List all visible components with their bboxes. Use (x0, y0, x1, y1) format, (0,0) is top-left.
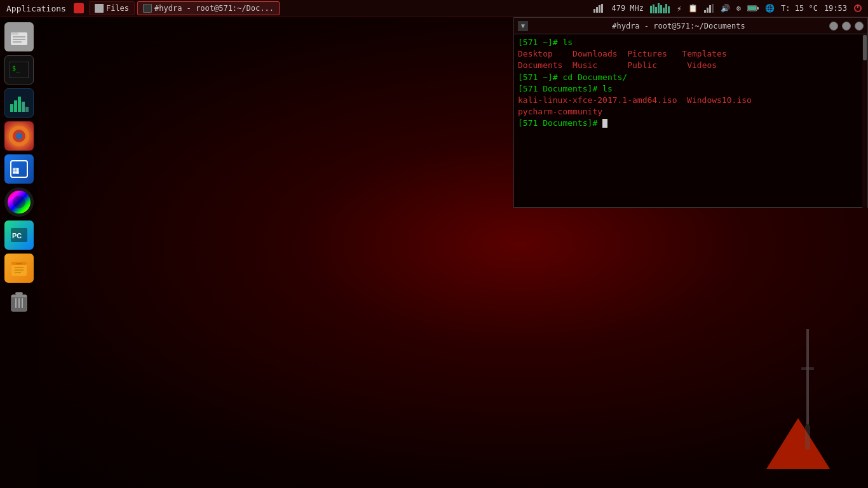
svg-rect-15 (712, 4, 714, 13)
svg-rect-17 (757, 7, 759, 10)
filemanager-task-icon (95, 4, 104, 13)
clipboard-icon[interactable]: 📋 (686, 4, 700, 13)
svg-rect-48 (16, 263, 22, 264)
svg-rect-11 (668, 6, 670, 13)
svg-text:$_: $_ (12, 65, 20, 72)
svg-rect-35 (14, 100, 17, 112)
power-icon[interactable] (851, 4, 864, 13)
volume-icon[interactable]: 🔊 (719, 4, 732, 13)
signal-bars-icon (702, 4, 716, 13)
svg-rect-24 (13, 39, 25, 40)
svg-rect-60 (805, 424, 810, 450)
svg-rect-12 (704, 10, 706, 13)
svg-point-39 (16, 133, 22, 139)
svg-rect-34 (10, 104, 13, 112)
term-line-7: pycharm-community (518, 106, 864, 118)
dock-icon-filemanager[interactable] (4, 22, 34, 51)
term-line-1: [571 ~]# ls (518, 37, 864, 48)
bluetooth-symbol: ⚡ (677, 4, 682, 13)
terminal-maximize-btn[interactable] (842, 22, 851, 30)
svg-rect-9 (663, 8, 665, 13)
term-line-3: Documents Music Public Videos (518, 60, 864, 71)
taskbar-items: Files #hydra - root@571:~/Doc... (89, 0, 588, 17)
svg-rect-8 (660, 5, 662, 13)
svg-rect-2 (599, 5, 600, 13)
dock-icon-vmware[interactable]: ▦ (4, 154, 34, 184)
cpu-freq-text: 479 MHz (611, 4, 644, 13)
svg-rect-6 (655, 7, 657, 13)
terminal-content[interactable]: [571 ~]# ls Desktop Downloads Pictures T… (514, 34, 867, 207)
temp-text: T: 15 °C (781, 4, 818, 13)
svg-rect-36 (18, 97, 21, 112)
svg-rect-33 (25, 107, 29, 112)
cpu-freq: 479 MHz (609, 4, 646, 13)
svg-rect-14 (709, 5, 711, 13)
svg-rect-49 (15, 267, 24, 268)
taskbar: Applications Files #hydra - root@571:~/D… (0, 0, 868, 17)
terminal-cursor (602, 119, 607, 128)
clock-display: 19:53 (822, 4, 849, 13)
dock-icon-colorpicker[interactable] (4, 187, 34, 217)
filemanager-task-label: Files (106, 4, 129, 13)
svg-rect-18 (748, 6, 756, 10)
svg-rect-3 (601, 4, 603, 13)
terminal-scrollbar-thumb[interactable] (863, 35, 867, 60)
svg-rect-57 (22, 298, 23, 308)
terminal-title: #hydra - root@571:~/Documents (532, 22, 825, 30)
temperature-display: T: 15 °C (779, 4, 820, 13)
dock-icon-pycharm[interactable]: PC (4, 220, 34, 250)
applications-menu[interactable]: Applications (0, 0, 72, 17)
equalizer-icon (648, 3, 672, 13)
taskbar-item-filemanager[interactable]: Files (89, 1, 135, 15)
svg-rect-22 (11, 32, 18, 35)
svg-rect-23 (13, 36, 25, 37)
network-status-icon[interactable]: 🌐 (763, 4, 776, 13)
battery-icon (745, 5, 761, 11)
taskbar-close-indicator (74, 3, 84, 13)
term-prompt-current: [571 Documents]# (518, 118, 864, 129)
terminal-task-label: #hydra - root@571:~/Doc... (154, 4, 274, 13)
bluetooth-icon[interactable]: ⚡ (675, 4, 684, 13)
svg-rect-32 (22, 102, 25, 112)
terminal-scrollbar[interactable] (862, 34, 867, 208)
taskbar-item-terminal[interactable]: #hydra - root@571:~/Doc... (137, 1, 280, 15)
svg-text:PC: PC (12, 232, 22, 240)
svg-rect-4 (650, 6, 652, 13)
svg-rect-59 (801, 367, 814, 370)
svg-rect-54 (15, 292, 23, 295)
sword-decoration (798, 329, 817, 456)
svg-rect-13 (707, 8, 709, 13)
svg-rect-55 (15, 298, 17, 308)
dock-icon-firefox[interactable] (4, 121, 34, 151)
dock-icon-terminal[interactable]: $_ (4, 55, 34, 85)
svg-text:▦: ▦ (13, 164, 19, 176)
terminal-window: ▼ #hydra - root@571:~/Documents [571 ~]#… (513, 17, 868, 208)
svg-rect-0 (593, 9, 595, 13)
term-line-2: Desktop Downloads Pictures Templates (518, 48, 864, 60)
network-icon[interactable] (592, 4, 607, 13)
system-tray: 479 MHz ⚡ 📋 (588, 0, 868, 17)
terminal-minimize-btn[interactable] (829, 22, 838, 30)
svg-rect-56 (18, 298, 20, 308)
dock-icon-trash[interactable] (4, 287, 34, 316)
terminal-task-icon (143, 4, 152, 13)
settings-icon[interactable]: ⚙ (735, 4, 743, 13)
svg-rect-53 (11, 295, 27, 297)
svg-point-43 (13, 196, 25, 208)
terminal-titlebar: ▼ #hydra - root@571:~/Documents (514, 18, 867, 34)
dock: $_ ▦ (0, 17, 38, 488)
dock-icon-system-monitor[interactable] (4, 88, 34, 118)
term-line-4: [571 ~]# cd Documents/ (518, 72, 864, 83)
terminal-dropdown-btn[interactable]: ▼ (518, 21, 528, 31)
svg-rect-58 (806, 329, 809, 424)
svg-rect-5 (653, 4, 654, 13)
dock-icon-archive[interactable] (4, 254, 34, 283)
svg-rect-10 (665, 4, 667, 13)
term-line-6: kali-linux-xfce-2017.1-amd64.iso Windows… (518, 95, 864, 106)
term-line-5: [571 Documents]# ls (518, 83, 864, 95)
svg-rect-50 (15, 269, 24, 271)
svg-rect-25 (13, 41, 22, 43)
terminal-close-btn[interactable] (855, 22, 864, 30)
svg-rect-20 (857, 4, 858, 8)
svg-rect-51 (15, 272, 21, 273)
